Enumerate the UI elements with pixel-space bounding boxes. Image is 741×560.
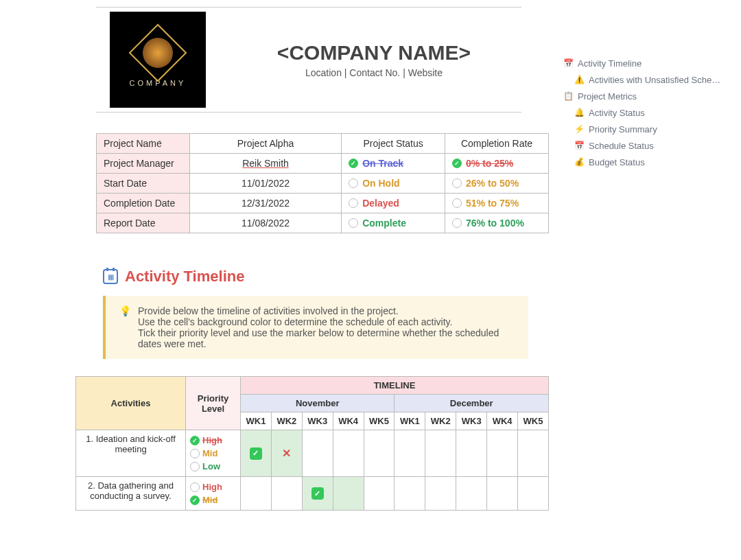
timeline-cell[interactable]	[271, 477, 302, 511]
timeline-table[interactable]: Activities Priority Level TIMELINENovemb…	[75, 376, 549, 511]
radio-icon[interactable]: ✓	[190, 495, 200, 505]
priority-option[interactable]: Mid	[190, 447, 236, 460]
sidebar-item[interactable]: 🔔Activity Status	[563, 104, 720, 121]
timeline-cell[interactable]	[518, 430, 549, 477]
status-cell[interactable]: Complete	[342, 213, 445, 233]
rate-cell[interactable]: ✓ 0% to 25%	[445, 154, 549, 174]
calendar-icon: ▦	[103, 269, 118, 284]
timeline-cell[interactable]	[487, 477, 518, 511]
timeline-cell[interactable]	[425, 430, 456, 477]
check-mark-icon[interactable]: ✓	[250, 447, 262, 460]
activity-name[interactable]: 1. Ideation and kick-off meeting	[76, 430, 186, 477]
timeline-cell[interactable]	[241, 477, 272, 511]
sidebar-item[interactable]: 📋Project Metrics	[563, 88, 720, 104]
timeline-cell[interactable]: ✕	[271, 430, 302, 477]
option-row[interactable]: Complete	[349, 218, 438, 229]
priority-cell[interactable]: ✓ High Mid Low	[186, 430, 241, 477]
radio-icon[interactable]: ✓	[349, 159, 358, 168]
radio-icon[interactable]	[190, 449, 200, 458]
status-cell[interactable]: ✓ On Track	[342, 154, 445, 174]
company-logo: COMPANY	[110, 12, 206, 108]
callout-line: Tick their priority level and use the ma…	[138, 327, 515, 349]
status-cell[interactable]: On Hold	[342, 174, 445, 194]
info-value[interactable]: 11/01/2022	[189, 174, 341, 194]
sidebar-item[interactable]: ⚡Priority Summary	[563, 121, 720, 137]
timeline-cell[interactable]	[518, 477, 549, 511]
sidebar-item[interactable]: 📅Schedule Status	[563, 137, 720, 154]
info-value[interactable]: Project Alpha	[189, 134, 341, 154]
option-label: Delayed	[362, 198, 399, 209]
block-drag-handle[interactable]: + ⋮⋮	[140, 139, 164, 148]
plus-icon[interactable]: +	[140, 139, 145, 148]
radio-icon[interactable]	[452, 198, 462, 208]
timeline-cell[interactable]	[456, 477, 487, 511]
week-header: WK5	[518, 412, 549, 430]
priority-option[interactable]: ✓ Mid	[190, 493, 236, 506]
sidebar-item[interactable]: 💰Budget Status	[563, 154, 720, 170]
option-row[interactable]: On Hold	[349, 178, 438, 189]
project-info-block: + ⋮⋮ Project Name Project Alpha Project …	[69, 113, 549, 233]
option-row[interactable]: Delayed	[349, 198, 438, 209]
option-label: 51% to 75%	[466, 198, 519, 209]
company-name-title[interactable]: <COMPANY NAME>	[226, 41, 521, 65]
info-label: Project Manager	[97, 154, 190, 174]
timeline-cell[interactable]	[487, 430, 518, 477]
info-value[interactable]: Reik Smith	[189, 154, 341, 174]
month-header: November	[241, 395, 395, 412]
activity-name[interactable]: 2. Data gathering and conducting a surve…	[76, 477, 186, 511]
week-header: WK3	[456, 412, 487, 430]
priority-cell[interactable]: High ✓ Mid	[186, 477, 241, 511]
radio-icon[interactable]	[452, 178, 462, 188]
rate-cell[interactable]: 76% to 100%	[445, 213, 549, 233]
priority-option[interactable]: Low	[190, 460, 236, 473]
timeline-cell[interactable]: ✓	[241, 430, 272, 477]
check-mark-icon[interactable]: ✓	[311, 487, 324, 500]
callout-line: Provide below the timeline of activities…	[138, 305, 515, 316]
radio-icon[interactable]	[190, 482, 200, 492]
option-label: 26% to 50%	[466, 178, 519, 189]
timeline-cell[interactable]	[302, 430, 333, 477]
radio-icon[interactable]: ✓	[452, 159, 462, 168]
option-label: On Track	[362, 158, 403, 169]
timeline-cell[interactable]	[395, 430, 425, 477]
info-value[interactable]: 11/08/2022	[189, 213, 341, 233]
option-row[interactable]: ✓ On Track	[349, 158, 438, 169]
company-subtitle[interactable]: Location | Contact No. | Website	[226, 67, 521, 78]
sidebar-item[interactable]: 📅Activity Timeline	[563, 55, 720, 71]
radio-icon[interactable]	[452, 218, 462, 228]
timeline-cell[interactable]	[364, 477, 395, 511]
sidebar-item-label: Schedule Status	[589, 141, 654, 151]
status-cell[interactable]: Delayed	[342, 194, 445, 213]
info-value[interactable]: 12/31/2022	[189, 194, 341, 213]
rate-cell[interactable]: 26% to 50%	[445, 174, 549, 194]
info-label: Start Date	[97, 174, 190, 194]
timeline-cell[interactable]	[395, 477, 425, 511]
option-row[interactable]: 76% to 100%	[452, 218, 541, 229]
header: COMPANY <COMPANY NAME> Location | Contac…	[69, 8, 549, 112]
option-row[interactable]: ✓ 0% to 25%	[452, 158, 541, 169]
timeline-cell[interactable]	[456, 430, 487, 477]
priority-label: High	[202, 435, 222, 445]
radio-icon[interactable]: ✓	[190, 436, 200, 445]
timeline-cell[interactable]: ✓	[302, 477, 333, 511]
timeline-cell[interactable]	[333, 477, 364, 511]
radio-icon[interactable]	[190, 462, 200, 471]
priority-option[interactable]: ✓ High	[190, 434, 236, 447]
week-header: WK4	[487, 412, 518, 430]
timeline-cell[interactable]	[333, 430, 364, 477]
x-mark-icon[interactable]: ✕	[281, 447, 293, 460]
lightbulb-icon: 💡	[119, 305, 131, 349]
radio-icon[interactable]	[349, 178, 358, 188]
radio-icon[interactable]	[349, 198, 358, 208]
timeline-cell[interactable]	[425, 477, 456, 511]
priority-option[interactable]: High	[190, 480, 236, 493]
timeline-cell[interactable]	[364, 430, 395, 477]
sidebar-item-icon: 📅	[574, 140, 585, 151]
drag-icon[interactable]: ⋮⋮	[148, 139, 164, 148]
radio-icon[interactable]	[349, 218, 358, 228]
rate-cell[interactable]: 51% to 75%	[445, 194, 549, 213]
option-row[interactable]: 26% to 50%	[452, 178, 541, 189]
option-row[interactable]: 51% to 75%	[452, 198, 541, 209]
priority-label: High	[202, 482, 222, 492]
sidebar-item[interactable]: ⚠️Activities with Unsatisfied Sche…	[563, 71, 720, 88]
